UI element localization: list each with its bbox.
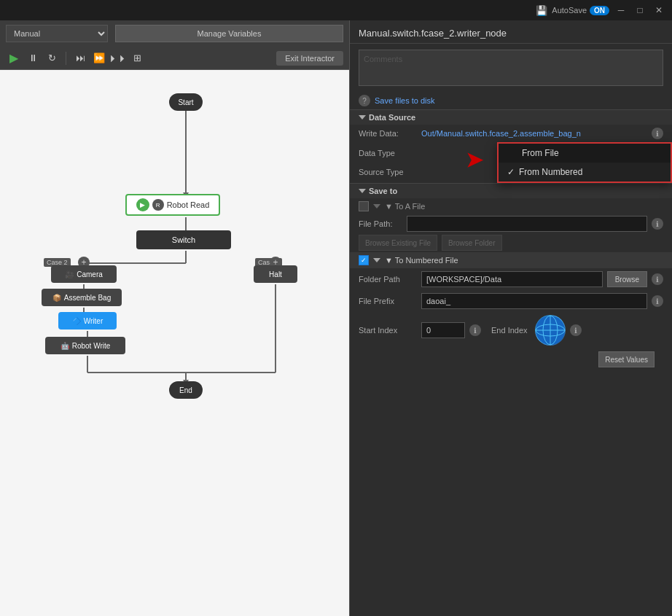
autosave-area: AutoSave ON bbox=[552, 6, 609, 15]
step-button[interactable]: ⏭ bbox=[72, 50, 88, 66]
file-path-row: File Path: ℹ bbox=[350, 214, 672, 233]
camera-node[interactable]: 🎥 Camera bbox=[51, 265, 117, 283]
fast-forward-button[interactable]: ⏩ bbox=[91, 50, 107, 66]
to-numbered-label: ▼ To Numbered File bbox=[385, 256, 458, 265]
write-data-value: Out/Manual.switch.fcase_2.assemble_bag_n bbox=[421, 129, 647, 138]
writer-node[interactable]: 🔷 Writer bbox=[58, 312, 117, 330]
folder-path-row: Folder Path Browse ℹ bbox=[350, 268, 672, 290]
folder-browse-button[interactable]: Browse bbox=[607, 271, 647, 287]
separator-1 bbox=[66, 52, 66, 65]
folder-path-input[interactable] bbox=[421, 271, 603, 287]
comments-area[interactable]: Comments bbox=[359, 50, 663, 86]
to-numbered-triangle bbox=[373, 258, 380, 262]
browse-folder-button[interactable]: Browse Folder bbox=[442, 235, 501, 251]
autosave-toggle[interactable]: ON bbox=[590, 6, 609, 15]
to-a-file-checkbox[interactable] bbox=[359, 201, 369, 211]
switch-node[interactable]: Switch bbox=[136, 230, 231, 249]
index-row: Start Index ℹ End Index ℹ bbox=[350, 312, 672, 348]
titlebar: 💾 AutoSave ON ─ □ ✕ bbox=[0, 0, 672, 20]
play-button[interactable]: ▶ bbox=[6, 50, 22, 66]
write-data-info-btn[interactable]: ℹ bbox=[652, 128, 663, 139]
dropdown-item-from-file[interactable]: From File bbox=[499, 144, 671, 163]
to-a-file-row: ▼ To A File bbox=[350, 198, 672, 214]
file-prefix-info-btn[interactable]: ℹ bbox=[652, 295, 663, 307]
file-path-label: File Path: bbox=[359, 219, 402, 228]
halt-node[interactable]: Halt bbox=[254, 265, 297, 283]
minimize-button[interactable]: ─ bbox=[614, 3, 628, 17]
data-type-label: Data Type bbox=[359, 149, 417, 157]
red-arrow-icon: ➤ bbox=[466, 148, 482, 172]
refresh-button[interactable]: ↻ bbox=[44, 50, 60, 66]
top-bar: Manual Manage Variables bbox=[0, 20, 349, 47]
write-data-row: Write Data: Out/Manual.switch.fcase_2.as… bbox=[350, 125, 672, 142]
to-numbered-checkbox[interactable] bbox=[359, 255, 369, 265]
browse-existing-file-button[interactable]: Browse Existing File bbox=[359, 235, 437, 251]
to-a-file-label: ▼ To A File bbox=[385, 202, 425, 211]
to-numbered-header: ▼ To Numbered File bbox=[350, 252, 672, 268]
info-icon[interactable]: ? bbox=[359, 95, 370, 106]
save-to-header: Save to bbox=[350, 183, 672, 198]
robot-write-node[interactable]: 🤖 Robot Write bbox=[45, 337, 125, 354]
file-prefix-row: File Prefix ℹ bbox=[350, 290, 672, 312]
folder-info-btn[interactable]: ℹ bbox=[652, 273, 663, 285]
reset-values-button[interactable]: Reset Values bbox=[598, 351, 655, 367]
toolbar: ▶ ⏸ ↻ ⏭ ⏩ ⏵⏵ ⊞ Exit Interactor bbox=[0, 47, 349, 70]
write-data-label: Write Data: bbox=[359, 129, 417, 138]
start-index-label: Start Index bbox=[359, 326, 417, 335]
end-index-label: End Index bbox=[491, 326, 528, 335]
robot-read-robot-icon: R bbox=[152, 199, 164, 211]
left-panel: Manual Manage Variables ▶ ⏸ ↻ ⏭ ⏩ ⏵⏵ ⊞ E… bbox=[0, 20, 350, 616]
robot-read-node[interactable]: ▶ R Robot Read bbox=[125, 194, 220, 216]
end-node[interactable]: End bbox=[169, 381, 203, 399]
globe-svg bbox=[535, 315, 566, 346]
dropdown-popup: From File ✓ From Numbered bbox=[497, 142, 672, 183]
start-index-info-btn[interactable]: ℹ bbox=[469, 324, 481, 336]
pause-button[interactable]: ⏸ bbox=[25, 50, 41, 66]
grid-button[interactable]: ⊞ bbox=[129, 50, 145, 66]
data-type-source-container: Data Type Source Type ➤ From File ✓ From… bbox=[350, 142, 672, 183]
flow-canvas: Start ▶ R Robot Read Switch Case 2 Case … bbox=[0, 70, 349, 616]
save-files-row: ? Save files to disk bbox=[350, 92, 672, 109]
browse-buttons-row: Browse Existing File Browse Folder bbox=[350, 233, 672, 252]
mode-select[interactable]: Manual bbox=[6, 25, 108, 42]
globe-icon bbox=[535, 315, 566, 346]
end-index-info-btn[interactable]: ℹ bbox=[570, 324, 582, 336]
data-source-triangle bbox=[359, 115, 366, 120]
save-to-triangle bbox=[359, 189, 366, 193]
assemble-bag-node[interactable]: 📦 Assemble Bag bbox=[42, 289, 122, 306]
start-node[interactable]: Start bbox=[169, 93, 203, 111]
checkmark-icon: ✓ bbox=[507, 167, 515, 177]
file-prefix-input[interactable] bbox=[421, 293, 647, 309]
to-a-file-triangle bbox=[373, 204, 380, 208]
dropdown-item-from-numbered[interactable]: ✓ From Numbered bbox=[499, 163, 671, 182]
main-layout: Manual Manage Variables ▶ ⏸ ↻ ⏭ ⏩ ⏵⏵ ⊞ E… bbox=[0, 20, 672, 616]
file-path-info-btn[interactable]: ℹ bbox=[652, 218, 663, 230]
robot-read-play-icon: ▶ bbox=[136, 198, 149, 211]
save-files-link[interactable]: Save files to disk bbox=[375, 96, 435, 105]
manage-variables-button[interactable]: Manage Variables bbox=[115, 25, 343, 42]
folder-path-label: Folder Path bbox=[359, 275, 417, 284]
forward-button[interactable]: ⏵⏵ bbox=[110, 50, 126, 66]
start-index-input[interactable] bbox=[421, 322, 465, 338]
source-type-label: Source Type bbox=[359, 168, 417, 176]
comments-placeholder: Comments bbox=[364, 55, 402, 63]
file-prefix-label: File Prefix bbox=[359, 297, 417, 305]
right-panel: Manual.switch.fcase_2.writer_node Commen… bbox=[350, 20, 672, 616]
file-path-input[interactable] bbox=[407, 216, 647, 232]
autosave-label: AutoSave bbox=[552, 6, 587, 15]
exit-interactor-button[interactable]: Exit Interactor bbox=[276, 51, 343, 66]
save-icon[interactable]: 💾 bbox=[536, 5, 547, 16]
panel-title: Manual.switch.fcase_2.writer_node bbox=[350, 20, 672, 44]
data-source-header: Data Source bbox=[350, 109, 672, 125]
close-button[interactable]: ✕ bbox=[652, 3, 666, 17]
maximize-button[interactable]: □ bbox=[633, 3, 647, 17]
reset-values-row: Reset Values bbox=[350, 348, 672, 370]
